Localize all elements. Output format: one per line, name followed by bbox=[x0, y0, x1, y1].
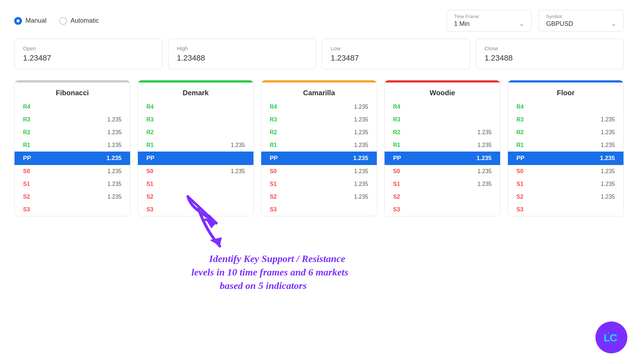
pivot-label-4-5: S0 bbox=[508, 165, 533, 178]
pivot-label-1-0: R4 bbox=[138, 101, 163, 113]
manual-radio-circle bbox=[14, 17, 22, 25]
pivot-label-0-7: S2 bbox=[15, 190, 40, 203]
pivot-section: FibonacciR4R31.235R21.235R11.235PP1.235S… bbox=[0, 80, 638, 231]
pivot-label-2-8: S3 bbox=[261, 203, 286, 216]
pivot-value-3-5: 1.235 bbox=[410, 165, 500, 178]
table-row: R41.235 bbox=[261, 101, 377, 113]
manual-radio[interactable]: Manual bbox=[14, 17, 46, 25]
table-row: R4 bbox=[15, 101, 130, 113]
pivot-label-0-6: S1 bbox=[15, 178, 40, 190]
table-row: S2 bbox=[385, 190, 500, 203]
table-row: S11.235 bbox=[261, 178, 377, 190]
table-row: S01.235 bbox=[138, 165, 253, 178]
pivot-value-3-8 bbox=[410, 203, 500, 216]
open-value: 1.23487 bbox=[23, 53, 153, 63]
pivot-value-3-4: 1.235 bbox=[410, 152, 500, 165]
table-row: R21.235 bbox=[261, 126, 377, 139]
pivot-value-4-2: 1.235 bbox=[533, 126, 623, 139]
pivot-label-2-6: S1 bbox=[261, 178, 286, 190]
pivot-title-camarilla: Camarilla bbox=[261, 83, 377, 101]
pivot-value-2-4: 1.235 bbox=[286, 152, 377, 165]
top-controls: Manual Automatic Time Frame: 1 Min ⌄ Sym… bbox=[0, 0, 638, 39]
ohlc-row: Open 1.23487 High 1.23488 Low 1.23487 Cl… bbox=[0, 39, 638, 80]
table-row: S01.235 bbox=[508, 165, 623, 178]
pivot-label-3-3: R1 bbox=[385, 139, 410, 152]
pivot-value-2-6: 1.235 bbox=[286, 178, 377, 190]
pivot-card-demark: DemarkR4R3R2R11.235PPS01.235S1S2S3 bbox=[138, 80, 254, 216]
pivot-label-4-4: PP bbox=[508, 152, 533, 165]
pivot-label-3-2: R2 bbox=[385, 126, 410, 139]
pivot-label-4-8: S3 bbox=[508, 203, 533, 216]
pivot-card-woodie: WoodieR4R3R21.235R11.235PP1.235S01.235S1… bbox=[384, 80, 500, 216]
table-row: S3 bbox=[508, 203, 623, 216]
timeframe-value: 1 Min bbox=[454, 20, 470, 28]
table-row: S3 bbox=[385, 203, 500, 216]
svg-text:Identify Key Support / Resista: Identify Key Support / Resistance bbox=[209, 253, 345, 264]
low-label: Low bbox=[331, 45, 461, 51]
pivot-table-1: R4R3R2R11.235PPS01.235S1S2S3 bbox=[138, 101, 253, 216]
pivot-label-0-3: R1 bbox=[15, 139, 40, 152]
pivot-label-1-5: S0 bbox=[138, 165, 163, 178]
pivot-label-2-1: R3 bbox=[261, 113, 286, 126]
pivot-label-0-8: S3 bbox=[15, 203, 40, 216]
table-row: R21.235 bbox=[15, 126, 130, 139]
open-label: Open bbox=[23, 45, 153, 51]
table-row: R3 bbox=[385, 113, 500, 126]
pivot-label-0-0: R4 bbox=[15, 101, 40, 113]
pivot-value-4-8 bbox=[533, 203, 623, 216]
table-row: R11.235 bbox=[15, 139, 130, 152]
symbol-value: GBPUSD bbox=[546, 20, 573, 28]
pivot-label-2-5: S0 bbox=[261, 165, 286, 178]
table-row: R11.235 bbox=[508, 139, 623, 152]
timeframe-dropdown[interactable]: Time Frame: 1 Min ⌄ bbox=[447, 10, 532, 32]
pivot-value-3-7 bbox=[410, 190, 500, 203]
table-row: S21.235 bbox=[261, 190, 377, 203]
table-row: PP1.235 bbox=[508, 152, 623, 165]
symbol-dropdown[interactable]: Symbol: GBPUSD ⌄ bbox=[539, 10, 624, 32]
pivot-value-0-1: 1.235 bbox=[40, 113, 130, 126]
table-row: S1 bbox=[138, 178, 253, 190]
pivot-label-2-0: R4 bbox=[261, 101, 286, 113]
table-row: R4 bbox=[508, 101, 623, 113]
table-row: S01.235 bbox=[15, 165, 130, 178]
table-row: R11.235 bbox=[385, 139, 500, 152]
high-card: High 1.23488 bbox=[168, 39, 316, 69]
pivot-label-1-6: S1 bbox=[138, 178, 163, 190]
pivot-label-3-6: S1 bbox=[385, 178, 410, 190]
pivot-value-0-8 bbox=[40, 203, 130, 216]
timeframe-arrow-icon: ⌄ bbox=[519, 20, 524, 28]
table-row: S11.235 bbox=[508, 178, 623, 190]
pivot-value-0-7: 1.235 bbox=[40, 190, 130, 203]
table-row: S3 bbox=[15, 203, 130, 216]
pivot-value-3-0 bbox=[410, 101, 500, 113]
pivot-table-4: R4R31.235R21.235R11.235PP1.235S01.235S11… bbox=[508, 101, 623, 216]
pivot-value-3-6: 1.235 bbox=[410, 178, 500, 190]
table-row: PP1.235 bbox=[15, 152, 130, 165]
low-value: 1.23487 bbox=[331, 53, 461, 63]
pivot-label-4-0: R4 bbox=[508, 101, 533, 113]
automatic-radio[interactable]: Automatic bbox=[59, 17, 99, 25]
table-row: R21.235 bbox=[385, 126, 500, 139]
pivot-table-3: R4R3R21.235R11.235PP1.235S01.235S11.235S… bbox=[385, 101, 500, 216]
pivot-value-2-8 bbox=[286, 203, 377, 216]
pivot-card-fibonacci: FibonacciR4R31.235R21.235R11.235PP1.235S… bbox=[14, 80, 130, 216]
pivot-value-1-4 bbox=[163, 152, 253, 165]
pivot-value-2-7: 1.235 bbox=[286, 190, 377, 203]
pivot-value-1-6 bbox=[163, 178, 253, 190]
pivot-value-3-1 bbox=[410, 113, 500, 126]
table-row: PP1.235 bbox=[261, 152, 377, 165]
table-row: R11.235 bbox=[138, 139, 253, 152]
table-row: S11.235 bbox=[385, 178, 500, 190]
table-row: R31.235 bbox=[15, 113, 130, 126]
close-card: Close 1.23488 bbox=[476, 39, 624, 69]
pivot-label-1-8: S3 bbox=[138, 203, 163, 216]
pivot-value-0-6: 1.235 bbox=[40, 178, 130, 190]
pivot-value-2-0: 1.235 bbox=[286, 101, 377, 113]
table-row: PP bbox=[138, 152, 253, 165]
svg-marker-1 bbox=[210, 237, 222, 246]
pivot-value-0-4: 1.235 bbox=[40, 152, 130, 165]
pivot-value-4-1: 1.235 bbox=[533, 113, 623, 126]
dropdown-group: Time Frame: 1 Min ⌄ Symbol: GBPUSD ⌄ bbox=[447, 10, 624, 32]
table-row: R2 bbox=[138, 126, 253, 139]
table-row: S3 bbox=[138, 203, 253, 216]
